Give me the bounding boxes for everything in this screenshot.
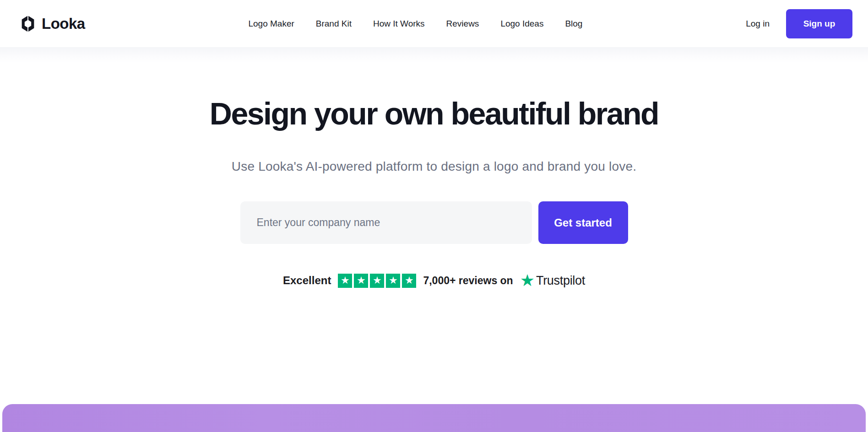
trustpilot-badge[interactable]: Excellent 7,000+ reviews on Trustpilot [0, 273, 868, 288]
trustpilot-star-icon [386, 274, 400, 288]
nav-item-reviews[interactable]: Reviews [446, 19, 479, 29]
hero-subtitle: Use Looka's AI-powered platform to desig… [0, 159, 868, 174]
get-started-button[interactable]: Get started [538, 201, 628, 244]
trustpilot-logo-star-icon [520, 273, 535, 288]
trustpilot-star-icon [370, 274, 384, 288]
nav-item-brand-kit[interactable]: Brand Kit [316, 19, 352, 29]
company-name-input[interactable] [240, 201, 532, 244]
cta-row: Get started [0, 201, 868, 244]
header-actions: Log in Sign up [746, 9, 852, 38]
trustpilot-logo-text: Trustpilot [536, 274, 585, 288]
nav-item-logo-ideas[interactable]: Logo Ideas [500, 19, 543, 29]
signup-button[interactable]: Sign up [786, 9, 852, 38]
nav-item-how-it-works[interactable]: How It Works [373, 19, 425, 29]
hero-section: Design your own beautiful brand Use Look… [0, 47, 868, 288]
trustpilot-star-icon [354, 274, 368, 288]
looka-logo[interactable]: Looka [18, 14, 85, 33]
page-title: Design your own beautiful brand [0, 96, 868, 131]
trustpilot-stars [338, 274, 416, 288]
trustpilot-rating-label: Excellent [283, 274, 331, 287]
header: Looka Logo Maker Brand Kit How It Works … [0, 0, 868, 47]
trustpilot-star-icon [402, 274, 416, 288]
nav-item-logo-maker[interactable]: Logo Maker [248, 19, 294, 29]
nav-item-blog[interactable]: Blog [565, 19, 582, 29]
next-section-purple-panel [2, 404, 866, 432]
login-link[interactable]: Log in [746, 19, 770, 29]
main-nav: Logo Maker Brand Kit How It Works Review… [85, 19, 746, 29]
trustpilot-star-icon [338, 274, 352, 288]
trustpilot-logo: Trustpilot [520, 273, 585, 288]
trustpilot-reviews-count: 7,000+ reviews on [423, 275, 513, 287]
brand-name: Looka [42, 15, 85, 32]
looka-logo-icon [18, 14, 38, 33]
